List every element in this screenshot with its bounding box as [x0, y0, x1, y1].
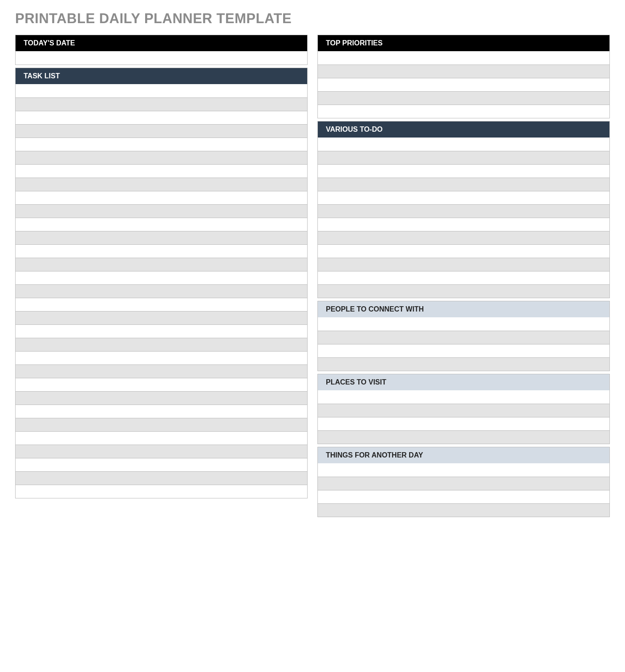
list-row[interactable]: [16, 431, 307, 445]
list-row[interactable]: [16, 204, 307, 218]
list-row[interactable]: [16, 391, 307, 405]
list-row[interactable]: [318, 317, 609, 331]
list-row[interactable]: [318, 258, 609, 271]
list-row[interactable]: [318, 331, 609, 344]
list-row[interactable]: [16, 84, 307, 97]
list-row[interactable]: [16, 298, 307, 311]
places-visit-rows[interactable]: [318, 390, 609, 444]
list-row[interactable]: [16, 458, 307, 471]
list-row[interactable]: [318, 503, 609, 517]
various-todo-rows[interactable]: [318, 138, 609, 298]
list-row[interactable]: [318, 477, 609, 490]
list-row[interactable]: [318, 284, 609, 298]
planner-columns: TODAY'S DATE TASK LIST TOP PRIORITIES VA…: [15, 35, 610, 517]
list-row[interactable]: [16, 471, 307, 485]
list-row[interactable]: [318, 178, 609, 191]
list-row[interactable]: [16, 244, 307, 258]
todays-date-header: TODAY'S DATE: [16, 35, 307, 51]
right-column: TOP PRIORITIES VARIOUS TO-DO PEOPLE TO C…: [317, 35, 610, 517]
task-list-header: TASK LIST: [16, 68, 307, 84]
list-row[interactable]: [318, 78, 609, 91]
various-todo-header: VARIOUS TO-DO: [318, 121, 609, 138]
things-later-header: THINGS FOR ANOTHER DAY: [318, 447, 609, 463]
top-priorities-section: TOP PRIORITIES: [317, 35, 610, 118]
list-row[interactable]: [318, 344, 609, 357]
list-row[interactable]: [318, 430, 609, 444]
list-row[interactable]: [16, 111, 307, 124]
todays-date-section: TODAY'S DATE: [15, 35, 308, 65]
list-row[interactable]: [318, 271, 609, 284]
list-row[interactable]: [318, 105, 609, 118]
list-row[interactable]: [16, 97, 307, 111]
list-row[interactable]: [16, 378, 307, 391]
list-row[interactable]: [16, 178, 307, 191]
list-row[interactable]: [318, 390, 609, 404]
list-row[interactable]: [318, 151, 609, 164]
places-visit-section: PLACES TO VISIT: [317, 374, 610, 444]
list-row[interactable]: [16, 351, 307, 364]
things-later-rows[interactable]: [318, 463, 609, 517]
task-list-rows[interactable]: [16, 84, 307, 498]
list-row[interactable]: [16, 271, 307, 284]
list-row[interactable]: [318, 204, 609, 218]
list-row[interactable]: [16, 405, 307, 418]
list-row[interactable]: [318, 463, 609, 477]
list-row[interactable]: [16, 284, 307, 298]
list-row[interactable]: [318, 490, 609, 503]
list-row[interactable]: [318, 404, 609, 417]
list-row[interactable]: [16, 138, 307, 151]
list-row[interactable]: [16, 218, 307, 231]
various-todo-section: VARIOUS TO-DO: [317, 121, 610, 298]
list-row[interactable]: [16, 258, 307, 271]
left-column: TODAY'S DATE TASK LIST: [15, 35, 308, 498]
top-priorities-header: TOP PRIORITIES: [318, 35, 609, 51]
things-later-section: THINGS FOR ANOTHER DAY: [317, 447, 610, 517]
places-visit-header: PLACES TO VISIT: [318, 374, 609, 390]
page-title: PRINTABLE DAILY PLANNER TEMPLATE: [15, 11, 610, 27]
list-row[interactable]: [318, 244, 609, 258]
list-row[interactable]: [318, 417, 609, 430]
list-row[interactable]: [16, 485, 307, 498]
people-connect-rows[interactable]: [318, 317, 609, 371]
list-row[interactable]: [16, 418, 307, 431]
list-row[interactable]: [16, 324, 307, 338]
people-connect-header: PEOPLE TO CONNECT WITH: [318, 301, 609, 317]
list-row[interactable]: [16, 338, 307, 351]
list-row[interactable]: [16, 124, 307, 138]
task-list-section: TASK LIST: [15, 68, 308, 498]
todays-date-rows[interactable]: [16, 51, 307, 65]
list-row[interactable]: [318, 51, 609, 65]
list-row[interactable]: [318, 65, 609, 78]
list-row[interactable]: [16, 364, 307, 378]
list-row[interactable]: [318, 138, 609, 151]
list-row[interactable]: [16, 311, 307, 324]
list-row[interactable]: [16, 151, 307, 164]
list-row[interactable]: [16, 164, 307, 178]
people-connect-section: PEOPLE TO CONNECT WITH: [317, 301, 610, 371]
list-row[interactable]: [16, 191, 307, 204]
list-row[interactable]: [318, 357, 609, 371]
list-row[interactable]: [16, 51, 307, 65]
list-row[interactable]: [318, 91, 609, 105]
list-row[interactable]: [318, 164, 609, 178]
list-row[interactable]: [318, 231, 609, 244]
top-priorities-rows[interactable]: [318, 51, 609, 118]
list-row[interactable]: [318, 191, 609, 204]
list-row[interactable]: [16, 231, 307, 244]
list-row[interactable]: [318, 218, 609, 231]
list-row[interactable]: [16, 445, 307, 458]
